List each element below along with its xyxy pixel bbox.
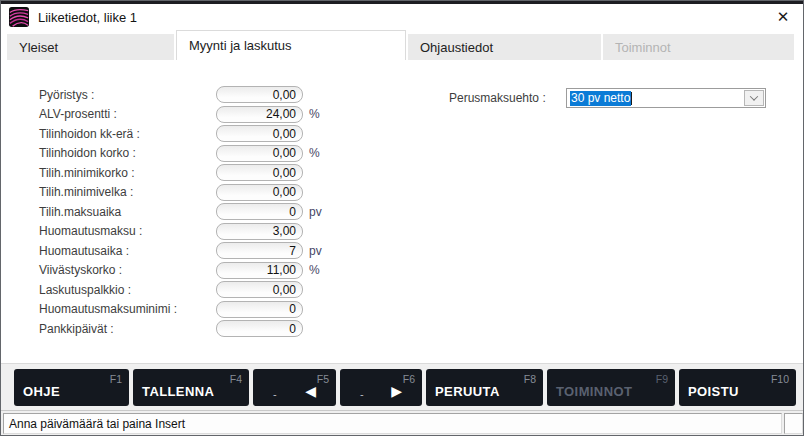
field-value-input[interactable] xyxy=(216,320,303,337)
tab-label: Ohjaustiedot xyxy=(420,40,493,55)
button-label: POISTU xyxy=(688,384,739,399)
button-label: - xyxy=(273,388,277,400)
field-label: Tilih.minimivelka : xyxy=(39,185,216,199)
peruuta-button[interactable]: PERUUTA F8 xyxy=(426,369,543,406)
tab-label: Yleiset xyxy=(19,40,58,55)
combobox-dropdown-button[interactable] xyxy=(744,90,764,106)
function-key-label: F9 xyxy=(656,373,668,385)
field-value-input[interactable] xyxy=(216,301,303,318)
dialog-window: Liiketiedot, liike 1 ✕ Yleiset Myynti ja… xyxy=(0,0,804,436)
field-value-input[interactable] xyxy=(216,242,303,259)
field-value-input[interactable] xyxy=(216,262,303,279)
button-label: TOIMINNOT xyxy=(556,384,632,399)
form-row: Huomautusmaksuminimi : xyxy=(39,301,329,318)
field-unit-suffix: % xyxy=(309,146,329,160)
form-row: ALV-prosentti : % xyxy=(39,106,329,123)
field-value-input[interactable] xyxy=(216,203,303,220)
combobox-selected-text: 30 pv netto xyxy=(570,91,631,106)
passeli-logo-icon xyxy=(9,7,29,27)
arrow-icon: ◀ xyxy=(305,384,316,398)
field-label: Huomautusaika : xyxy=(39,244,216,258)
form-row: Tilinhoidon korko : % xyxy=(39,145,329,162)
payment-term-label: Perusmaksuehto : xyxy=(449,91,546,105)
field-label: ALV-prosentti : xyxy=(39,107,216,121)
button-label: OHJE xyxy=(23,384,60,399)
form-row: Tilih.minimikorko : xyxy=(39,164,329,181)
form-row: Viivästyskorko : % xyxy=(39,262,329,279)
field-value-input[interactable] xyxy=(216,86,303,103)
tallenna-button[interactable]: TALLENNA F4 xyxy=(133,369,249,406)
field-label: Pankkipäivät : xyxy=(39,322,216,336)
form-row: Pyöristys : xyxy=(39,86,329,103)
function-key-label: F8 xyxy=(524,373,536,385)
form-row: Tilih.minimivelka : xyxy=(39,184,329,201)
field-unit-suffix: pv xyxy=(309,205,329,219)
function-button-bar: OHJE F1 TALLENNA F4 - ◀ F5 - ▶ F6 PERUUT… xyxy=(1,363,803,410)
field-label: Huomautusmaksu : xyxy=(39,224,216,238)
field-value-input[interactable] xyxy=(216,164,303,181)
tab-label: Myynti ja laskutus xyxy=(189,38,292,53)
sales-settings-form: Pyöristys : ALV-prosentti : % Tilinhoido… xyxy=(39,86,329,340)
function-key-label: F5 xyxy=(317,373,329,385)
function-key-label: F1 xyxy=(110,373,122,385)
field-value-input[interactable] xyxy=(216,106,303,123)
tab-label: Toiminnot xyxy=(615,40,671,55)
form-row: Tilinhoidon kk-erä : xyxy=(39,125,329,142)
tab-myynti-ja-laskutus[interactable]: Myynti ja laskutus xyxy=(176,30,406,60)
function-key-label: F4 xyxy=(230,373,242,385)
button-label: TALLENNA xyxy=(142,384,214,399)
tab-toiminnot[interactable]: Toiminnot xyxy=(603,34,794,60)
field-label: Pyöristys : xyxy=(39,88,216,102)
tab-yleiset[interactable]: Yleiset xyxy=(7,34,174,60)
field-value-input[interactable] xyxy=(216,281,303,298)
field-value-input[interactable] xyxy=(216,145,303,162)
function-buttons: OHJE F1 TALLENNA F4 - ◀ F5 - ▶ F6 PERUUT… xyxy=(14,369,796,406)
function-key-label: F10 xyxy=(771,373,789,385)
next-button[interactable]: - ▶ F6 xyxy=(340,369,422,406)
previous-button[interactable]: - ◀ F5 xyxy=(253,369,336,406)
field-label: Tilinhoidon kk-erä : xyxy=(39,127,216,141)
chevron-down-icon xyxy=(750,92,758,100)
field-label: Tilih.minimikorko : xyxy=(39,166,216,180)
tab-panel-myynti-ja-laskutus: Pyöristys : ALV-prosentti : % Tilinhoido… xyxy=(1,60,803,363)
form-row: Huomautusaika : pv xyxy=(39,242,329,259)
toiminnot-button[interactable]: TOIMINNOT F9 xyxy=(547,369,675,406)
field-label: Tilih.maksuaika xyxy=(39,205,216,219)
ohje-button[interactable]: OHJE F1 xyxy=(14,369,129,406)
field-label: Tilinhoidon korko : xyxy=(39,146,216,160)
status-bar: Anna päivämäärä tai paina Insert xyxy=(1,410,803,436)
field-label: Viivästyskorko : xyxy=(39,263,216,277)
window-title: Liiketiedot, liike 1 xyxy=(38,10,771,25)
text-caret xyxy=(631,92,632,105)
close-icon[interactable]: ✕ xyxy=(771,6,795,28)
payment-term-combobox[interactable]: 30 pv netto xyxy=(566,88,766,108)
tab-ohjaustiedot[interactable]: Ohjaustiedot xyxy=(408,34,601,60)
combobox-value[interactable]: 30 pv netto xyxy=(567,89,744,107)
field-value-input[interactable] xyxy=(216,125,303,142)
field-unit-suffix: % xyxy=(309,263,329,277)
arrow-icon: ▶ xyxy=(391,384,402,398)
form-row: Laskutuspalkkio : xyxy=(39,281,329,298)
field-label: Laskutuspalkkio : xyxy=(39,283,216,297)
poistu-button[interactable]: POISTU F10 xyxy=(679,369,796,406)
field-unit-suffix: pv xyxy=(309,244,329,258)
form-row: Huomautusmaksu : xyxy=(39,223,329,240)
field-label: Huomautusmaksuminimi : xyxy=(39,302,216,316)
field-value-input[interactable] xyxy=(216,184,303,201)
field-value-input[interactable] xyxy=(216,223,303,240)
status-bar-grip xyxy=(784,413,803,434)
field-unit-suffix: % xyxy=(309,107,329,121)
tab-bar: Yleiset Myynti ja laskutus Ohjaustiedot … xyxy=(1,30,803,60)
status-message: Anna päivämäärä tai paina Insert xyxy=(3,413,782,434)
button-label: - xyxy=(360,388,364,400)
function-key-label: F6 xyxy=(403,373,415,385)
button-label: PERUUTA xyxy=(435,384,500,399)
form-row: Pankkipäivät : xyxy=(39,320,329,337)
title-bar: Liiketiedot, liike 1 ✕ xyxy=(1,4,803,30)
form-row: Tilih.maksuaika pv xyxy=(39,203,329,220)
